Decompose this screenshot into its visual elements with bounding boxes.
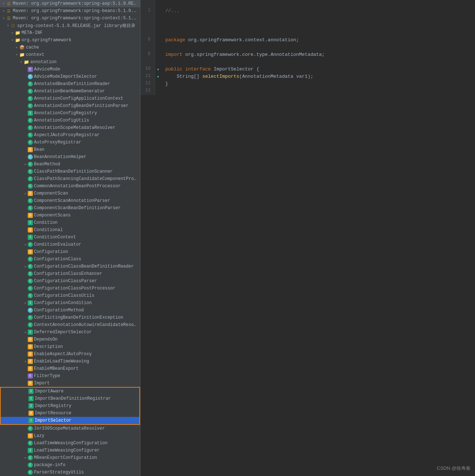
tree-item-label: context <box>26 52 44 57</box>
tree-item-EnableLoadTimeWeaving[interactable]: @EnableLoadTimeWeaving <box>0 358 140 365</box>
tree-item-label: AnnotationBeanNameGenerator <box>34 89 105 94</box>
class-green-icon: C <box>28 140 33 145</box>
tree-item-maven3[interactable]: ☰Maven: org.springframework:spring-conte… <box>0 15 140 22</box>
tree-item-orgspring[interactable]: 📁org.springframework <box>0 37 140 44</box>
tree-item-label: AnnotationConfigBeanDefinitionParser <box>34 103 128 108</box>
tree-item-AdviceMode[interactable]: EAdviceMode <box>0 66 140 73</box>
tree-item-AnnotationConfigBeanDefinitionParser[interactable]: CAnnotationConfigBeanDefinitionParser <box>0 102 140 110</box>
tree-item-annotation[interactable]: 📁annotation <box>0 58 140 66</box>
tree-item-AnnotatedBeanDefinitionReader[interactable]: CAnnotatedBeanDefinitionReader <box>0 80 140 88</box>
tree-item-ConfigurationCondition[interactable]: IConfigurationCondition <box>0 299 140 307</box>
tree-item-label: LoadTimeWeavingConfigurer <box>34 448 100 453</box>
tree-item-Configuration[interactable]: @Configuration <box>0 248 140 256</box>
tree-item-AnnotationBeanNameGenerator[interactable]: CAnnotationBeanNameGenerator <box>0 88 140 95</box>
tree-item-ConfigurationClassBeanDefinitionReader[interactable]: CConfigurationClassBeanDefinitionReader <box>0 263 140 270</box>
tree-item-metainf[interactable]: 📁META-INF <box>0 29 140 37</box>
arrow-icon <box>23 119 28 123</box>
tree-item-ConfigurationMethod[interactable]: CConfigurationMethod <box>0 307 140 314</box>
tree-item-ImportBeanDefinitionRegistrar[interactable]: IImportBeanDefinitionRegistrar <box>1 395 139 402</box>
code-line <box>140 15 475 22</box>
tree-item-AdviceModeImportSelector[interactable]: CAdviceModeImportSelector <box>0 73 140 80</box>
tree-item-EnableAspectJAutoProxy[interactable]: @EnableAspectJAutoProxy <box>0 350 140 358</box>
tree-item-cache[interactable]: 📦cache <box>0 44 140 51</box>
tree-item-label: AnnotationConfigRegistry <box>34 111 97 116</box>
tree-item-ImportAware[interactable]: IImportAware <box>1 388 139 395</box>
tree-item-ComponentScan[interactable]: @ComponentScan <box>0 190 140 197</box>
tree-item-CommonAnnotationBeanPostProcessor[interactable]: CCommonAnnotationBeanPostProcessor <box>0 183 140 190</box>
tree-item-ConfigurationClassEnhancer[interactable]: CConfigurationClassEnhancer <box>0 270 140 277</box>
tree-item-Import[interactable]: @Import <box>0 380 140 387</box>
tree-item-ParserStrategyUtils[interactable]: CParserStrategyUtils <box>0 469 140 476</box>
tree-item-Lazy[interactable]: @Lazy <box>0 432 140 439</box>
arrow-icon <box>24 404 28 408</box>
tree-item-label: ConfigurationMethod <box>34 308 84 313</box>
tree-item-label: AdviceModeImportSelector <box>34 74 97 79</box>
tree-item-ImportSelector[interactable]: IImportSelector <box>1 417 139 424</box>
tree-item-DeferredImportSelector[interactable]: IDeferredImportSelector <box>0 329 140 336</box>
tree-item-AspectJAutoProxyRegistrar[interactable]: CAspectJAutoProxyRegistrar <box>0 131 140 139</box>
tree-item-label: DeferredImportSelector <box>34 330 92 335</box>
code-line <box>140 0 475 7</box>
tree-item-package-info[interactable]: Cpackage-info <box>0 461 140 469</box>
tree-item-FilterType[interactable]: EFilterType <box>0 372 140 380</box>
tree-item-ConfigurationClass[interactable]: CConfigurationClass <box>0 256 140 263</box>
tree-item-ComponentScanBeanDefinitionParser[interactable]: CComponentScanBeanDefinitionParser <box>0 204 140 212</box>
file-tree[interactable]: ☰Maven: org.springframework:spring-aop:5… <box>0 0 140 476</box>
tree-item-AnnotationConfigApplicationContext[interactable]: CAnnotationConfigApplicationContext <box>0 95 140 102</box>
tree-item-AnnotationConfigRegistry[interactable]: IAnnotationConfigRegistry <box>0 110 140 117</box>
tree-item-ConflictingBeanDefinitionException[interactable]: CConflictingBeanDefinitionException <box>0 314 140 321</box>
tree-item-maven2[interactable]: ☰Maven: org.springframework:spring-beans… <box>0 7 140 15</box>
tree-item-Description[interactable]: @Description <box>0 343 140 350</box>
tree-item-label: EnableAspectJAutoProxy <box>34 352 92 357</box>
tree-item-context[interactable]: 📁context <box>0 51 140 58</box>
gutter-icon: ● <box>155 73 161 80</box>
tree-item-ImportResource[interactable]: @ImportResource <box>1 410 139 417</box>
tree-item-Condition[interactable]: ICondition <box>0 219 140 226</box>
annotation-icon: @ <box>28 433 33 438</box>
tree-item-BeanMethod[interactable]: CBeanMethod <box>0 161 140 168</box>
arrow-icon <box>23 352 28 356</box>
arrow-icon <box>23 104 28 108</box>
tree-item-MBeanExportConfiguration[interactable]: CMBeanExportConfiguration <box>0 454 140 461</box>
tree-item-Conditional[interactable]: @Conditional <box>0 226 140 234</box>
tree-item-AnnotationConfigUtils[interactable]: CAnnotationConfigUtils <box>0 117 140 124</box>
class-green-icon: C <box>28 198 33 203</box>
package-icon: 📦 <box>19 45 25 50</box>
tree-item-ComponentScans[interactable]: @ComponentScans <box>0 212 140 219</box>
tree-item-ImportRegistry[interactable]: IImportRegistry <box>1 402 139 410</box>
tree-item-DependsOn[interactable]: @DependsOn <box>0 336 140 343</box>
arrow-icon <box>24 419 28 423</box>
tree-item-BeanAnnotationHelper[interactable]: CBeanAnnotationHelper <box>0 153 140 161</box>
tree-item-Bean[interactable]: @Bean <box>0 146 140 153</box>
tree-item-LoadTimeWeavingConfiguration[interactable]: CLoadTimeWeavingConfiguration <box>0 439 140 447</box>
tree-item-EnableMBeanExport[interactable]: @EnableMBeanExport <box>0 365 140 372</box>
tree-item-ContextAnnotationAutowireCandidateResolver[interactable]: CContextAnnotationAutowireCandidateResol… <box>0 321 140 329</box>
tree-item-ClassPathBeanDefinitionScanner[interactable]: CClassPathBeanDefinitionScanner <box>0 168 140 175</box>
arrow-icon <box>10 31 15 35</box>
tree-item-ConfigurationClassParser[interactable]: CConfigurationClassParser <box>0 277 140 285</box>
class-green-icon: C <box>28 322 33 327</box>
tree-item-ClassPathScanningCandidateComponentProvider[interactable]: CClassPathScanningCandidateComponentProv… <box>0 175 140 183</box>
tree-item-AnnotationScopeMetadataResolver[interactable]: CAnnotationScopeMetadataResolver <box>0 124 140 131</box>
tree-item-ConfigurationClassUtils[interactable]: CConfigurationClassUtils <box>0 292 140 299</box>
class-green-icon: C <box>28 293 33 298</box>
tree-item-label: ConditionEvaluator <box>34 242 81 247</box>
tree-item-ConfigurationClassPostProcessor[interactable]: CConfigurationClassPostProcessor <box>0 285 140 292</box>
tree-item-LoadTimeWeavingConfigurer[interactable]: ILoadTimeWeavingConfigurer <box>0 447 140 454</box>
line-content: package org.springframework.context.anno… <box>161 37 475 44</box>
tree-item-Jsr330ScopeMetadataResolver[interactable]: CJsr330ScopeMetadataResolver <box>0 425 140 432</box>
watermark: CSDN @徐寿春 <box>437 465 471 472</box>
tree-item-jar1[interactable]: ⬡spring-context-5.1.9.RELEASE.jar librar… <box>0 22 140 29</box>
tree-item-ComponentScanAnnotationParser[interactable]: CComponentScanAnnotationParser <box>0 197 140 204</box>
tree-item-label: ComponentScan <box>34 191 68 196</box>
line-number: 11 <box>140 73 155 80</box>
tree-item-maven1[interactable]: ☰Maven: org.springframework:spring-aop:5… <box>0 0 140 7</box>
arrow-icon <box>10 38 15 42</box>
tree-item-AutoProxyRegistrar[interactable]: CAutoProxyRegistrar <box>0 139 140 146</box>
gutter-icon <box>155 80 161 88</box>
tree-item-ConditionContext[interactable]: IConditionContext <box>0 234 140 241</box>
tree-item-label: ConfigurationClassBeanDefinitionReader <box>34 264 134 269</box>
tree-item-ConditionEvaluator[interactable]: CConditionEvaluator <box>0 241 140 248</box>
line-number <box>140 15 155 22</box>
interface-icon: I <box>28 418 34 423</box>
